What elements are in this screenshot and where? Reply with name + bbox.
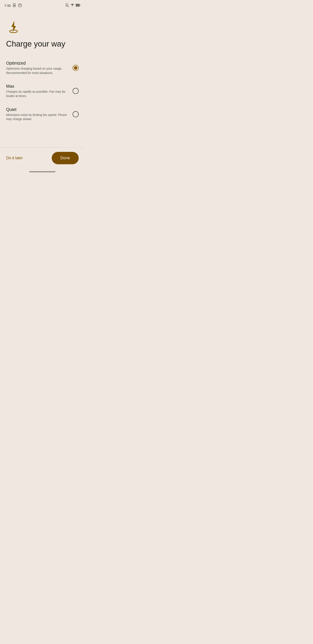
option-quiet-text: Quiet Minimizes noise by limiting fan sp… xyxy=(6,107,73,122)
mute-icon xyxy=(65,3,69,8)
status-time: 7:33 xyxy=(4,4,11,8)
option-optimized-title: Optimized xyxy=(6,61,68,66)
option-quiet[interactable]: Quiet Minimizes noise by limiting fan sp… xyxy=(6,104,79,125)
option-optimized[interactable]: Optimized Optimizes charging based on yo… xyxy=(6,57,79,78)
svg-rect-2 xyxy=(18,4,21,7)
do-later-button[interactable]: Do it later xyxy=(6,154,23,162)
option-optimized-text: Optimized Optimizes charging based on yo… xyxy=(6,61,73,75)
charge-icon xyxy=(6,19,20,33)
option-quiet-title: Quiet xyxy=(6,107,68,112)
status-right: ⚡ xyxy=(65,3,80,8)
option-optimized-description: Optimizes charging based on your usage. … xyxy=(6,66,68,75)
option-max[interactable]: Max Charges as rapidly as possible. Fan … xyxy=(6,80,79,102)
option-quiet-description: Minimizes noise by limiting fan speed. P… xyxy=(6,113,68,122)
spacer xyxy=(0,136,85,147)
options-container: Optimized Optimizes charging based on yo… xyxy=(6,57,79,125)
option-max-description: Charges as rapidly as possible. Fan may … xyxy=(6,90,68,98)
option-max-title: Max xyxy=(6,84,68,89)
svg-rect-6 xyxy=(19,5,19,6)
radio-quiet[interactable] xyxy=(73,111,79,117)
svg-line-7 xyxy=(65,3,69,7)
wifi-icon xyxy=(70,3,74,8)
battery-icon: ⚡ xyxy=(76,4,80,8)
radio-optimized[interactable] xyxy=(73,65,79,71)
page-title: Charge your way xyxy=(6,39,79,48)
done-button[interactable]: Done xyxy=(52,152,79,164)
calendar-icon xyxy=(18,3,22,8)
bottom-actions: Do it later Done xyxy=(0,148,85,171)
sim-icon xyxy=(12,3,16,8)
status-left: 7:33 xyxy=(4,3,22,8)
home-indicator-bar xyxy=(29,171,55,172)
radio-max[interactable] xyxy=(73,88,79,94)
status-bar: 7:33 xyxy=(0,0,85,10)
svg-point-8 xyxy=(72,6,73,6)
main-content: Charge your way Optimized Optimizes char… xyxy=(0,10,85,136)
option-max-text: Max Charges as rapidly as possible. Fan … xyxy=(6,84,73,98)
home-indicator xyxy=(0,171,85,174)
app-icon-container xyxy=(6,19,79,33)
svg-rect-1 xyxy=(14,5,15,6)
svg-text:⚡: ⚡ xyxy=(77,4,79,6)
